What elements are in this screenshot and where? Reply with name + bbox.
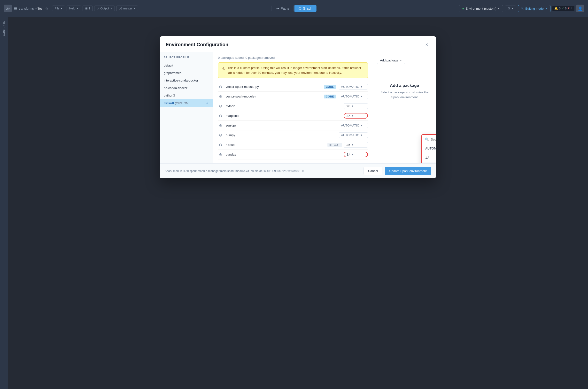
modal-close-button[interactable]: × <box>423 41 430 48</box>
right-panel: Add package ▼ Add a package Select a pac… <box>373 52 436 163</box>
remove-package-button[interactable]: ⊖ <box>218 104 223 109</box>
topbar: ≫ ☰ transforms > Test ☆ File ▼ Help ▼ ⊞ … <box>0 0 588 17</box>
copy-icon[interactable]: ⎘ <box>302 169 304 173</box>
success-icon: ✓ <box>562 7 564 10</box>
file-chevron-icon: ▼ <box>60 7 63 10</box>
user-button[interactable]: 👤 <box>576 5 584 12</box>
version-dropdown-highlighted[interactable]: 1.* ▼ <box>344 152 368 157</box>
package-name: r-base <box>226 143 325 147</box>
help-menu-button[interactable]: Help ▼ <box>67 5 81 11</box>
version-popup: 🔍 ? AUTOMATIC 1.* ✓ 0.* <box>421 134 436 163</box>
status-panel: 🔔 0 ✓ 6 ✗ 4 <box>552 6 574 11</box>
instances-button[interactable]: ⊞ 1 <box>83 5 93 11</box>
version-search: 🔍 ? <box>422 135 436 144</box>
package-row: ⊖ python 3.8 ▼ <box>218 101 368 111</box>
package-name: vector-spark-module-py <box>226 85 321 89</box>
version-search-input[interactable] <box>431 138 436 141</box>
error-icon: ✗ <box>567 7 570 10</box>
output-chevron-icon: ▼ <box>110 7 112 10</box>
breadcrumb-test: Test <box>37 7 43 10</box>
add-package-desc: Select a package to customize the Spark … <box>377 90 432 99</box>
profile-item-interactive-conda-docker[interactable]: interactive-conda-docker <box>160 77 213 84</box>
help-chevron-icon: ▼ <box>76 7 78 10</box>
branch-button[interactable]: ⎇ master ▼ <box>116 5 138 11</box>
modal-backdrop: Environment Configuration × SELECT PROFI… <box>8 17 588 389</box>
star-icon[interactable]: ☆ <box>45 7 48 10</box>
breadcrumb-sep1: > <box>35 7 37 10</box>
dropdown-chevron-icon: ▼ <box>351 153 354 156</box>
update-spark-button[interactable]: Update Spark environment <box>385 167 431 175</box>
tab-graph[interactable]: ⬡ Graph <box>294 5 316 12</box>
add-package-info: Add a package Select a package to custom… <box>377 69 432 99</box>
expand-button[interactable]: ≫ <box>4 5 12 12</box>
warning-box: ⚠ This is a custom profile. Using this w… <box>218 63 368 78</box>
version-option-automatic[interactable]: AUTOMATIC <box>422 144 436 153</box>
notification-icon: 🔔 <box>554 7 558 10</box>
version-dropdown[interactable]: AUTOMATIC ▼ <box>339 132 368 138</box>
settings-button[interactable]: ⚙ ▼ <box>505 5 516 11</box>
package-row: ⊖ numpy AUTOMATIC ▼ <box>218 130 368 140</box>
remove-package-button[interactable]: ⊖ <box>218 113 223 118</box>
packages-area: 0 packages added, 0 packages removed ⚠ T… <box>213 52 373 163</box>
version-dropdown[interactable]: AUTOMATIC ▼ <box>339 94 368 99</box>
package-name: matplotlib <box>226 114 341 118</box>
profile-item-default-custom[interactable]: default (CUSTOM) ✓ <box>160 99 213 107</box>
dropdown-chevron-icon: ▼ <box>351 114 354 117</box>
spark-id: Spark module ID:ri.spark-module-manager.… <box>165 169 304 173</box>
profile-item-default[interactable]: default <box>160 62 213 69</box>
package-row: ⊖ pandas 1.* ▼ <box>218 150 368 160</box>
profile-item-no-conda-docker[interactable]: no-conda-docker <box>160 84 213 92</box>
default-badge: DEFAULT <box>328 143 342 147</box>
instances-icon: ⊞ <box>85 7 88 10</box>
r-base-version: DEFAULT 3.5 ▼ <box>328 142 368 148</box>
version-dropdown[interactable]: AUTOMATIC ▼ <box>339 123 368 128</box>
package-row: ⊖ vector-spark-module-r CORE AUTOMATIC ▼ <box>218 92 368 101</box>
profile-item-graphframes[interactable]: graphframes <box>160 69 213 77</box>
core-badge: CORE <box>324 85 336 89</box>
version-dropdown-highlighted[interactable]: 3.* ▼ <box>344 113 368 119</box>
dropdown-chevron-icon: ▼ <box>360 134 363 136</box>
file-menu-button[interactable]: File ▼ <box>52 5 65 11</box>
contents-tab[interactable]: CONTENTS <box>2 19 6 38</box>
version-dropdown[interactable]: 3.5 ▼ <box>344 142 368 148</box>
remove-package-button[interactable]: ⊖ <box>218 133 223 138</box>
remove-package-button[interactable]: ⊖ <box>218 94 223 99</box>
profile-check-icon: ✓ <box>206 101 209 105</box>
paths-icon: ⊶ <box>276 6 279 10</box>
branch-icon: ⎇ <box>119 7 122 10</box>
add-package-chevron-icon: ▼ <box>400 59 402 62</box>
environment-config-modal: Environment Configuration × SELECT PROFI… <box>160 36 436 178</box>
search-icon: 🔍 <box>425 137 429 141</box>
version-dropdown[interactable]: 3.8 ▼ <box>344 103 368 109</box>
cancel-button[interactable]: Cancel <box>364 167 382 175</box>
add-package-button[interactable]: Add package ▼ <box>377 57 405 64</box>
version-option-1star[interactable]: 1.* ✓ <box>422 153 436 162</box>
remove-package-button[interactable]: ⊖ <box>218 84 223 89</box>
version-option-0star[interactable]: 0.* <box>422 162 436 163</box>
tab-paths[interactable]: ⊶ Paths <box>272 5 294 12</box>
branch-chevron-icon: ▼ <box>133 7 135 10</box>
output-icon: ↗ <box>97 7 99 10</box>
topbar-left: ≫ ☰ transforms > Test ☆ File ▼ Help ▼ ⊞ … <box>4 5 457 12</box>
remove-package-button[interactable]: ⊖ <box>218 152 223 157</box>
profile-item-python3[interactable]: python3 <box>160 92 213 99</box>
version-dropdown[interactable]: AUTOMATIC ▼ <box>339 84 368 90</box>
core-badge: CORE <box>324 95 336 98</box>
remove-package-button[interactable]: ⊖ <box>218 123 223 128</box>
env-icon: ● <box>462 7 464 10</box>
topbar-center-tabs: ⊶ Paths ⬡ Graph <box>272 5 317 12</box>
editing-mode-button[interactable]: ✎ Editing mode ▼ <box>518 5 551 12</box>
environment-button[interactable]: ● Environment (custom) ▼ <box>459 5 503 12</box>
modal-body: SELECT PROFILE default graphframes inter… <box>160 52 436 163</box>
package-name: pandas <box>226 153 341 156</box>
remove-package-button[interactable]: ⊖ <box>218 142 223 147</box>
package-row: ⊖ vector-spark-module-py CORE AUTOMATIC … <box>218 82 368 92</box>
profile-section-title: SELECT PROFILE <box>160 56 213 62</box>
package-name: squidpy <box>226 124 336 127</box>
sidebar-left: CONTENTS <box>0 17 8 389</box>
gear-icon: ⚙ <box>508 7 510 10</box>
expand-icon: ≫ <box>6 6 10 11</box>
package-row: ⊖ matplotlib 3.* ▼ <box>218 111 368 121</box>
output-button[interactable]: ↗ Output ▼ <box>94 5 115 11</box>
main-area: Environment Configuration × SELECT PROFI… <box>8 17 588 389</box>
